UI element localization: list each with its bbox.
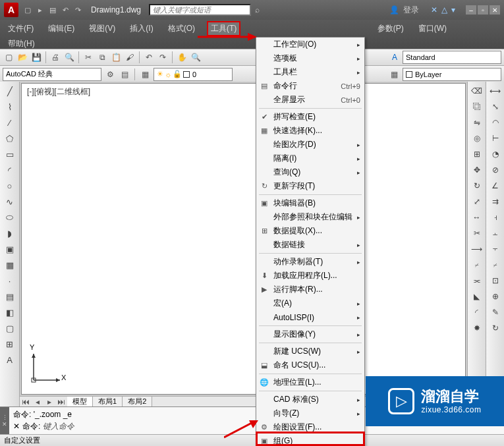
menu-insert[interactable]: 插入(I) <box>127 22 155 35</box>
undo-icon[interactable]: ↶ <box>143 51 155 63</box>
layer-manager-icon[interactable]: ▦ <box>139 69 151 80</box>
layer-combo[interactable]: ☀☼ 🔓 0 <box>154 68 233 81</box>
command-input[interactable]: 键入命令 <box>43 420 74 432</box>
menu-draftsettings[interactable]: ⚙绘图设置(F)... <box>256 420 364 434</box>
tab-model[interactable]: 模型 <box>67 397 93 406</box>
qat-save-icon[interactable]: ▤ <box>47 5 58 15</box>
tab-scroll-next-icon[interactable]: ▸ <box>43 396 55 408</box>
text-style-combo[interactable]: Standard <box>403 51 501 64</box>
polygon-tool[interactable]: ⬠ <box>3 132 16 145</box>
offset-tool[interactable]: ◎ <box>470 132 484 145</box>
menu-updatefields[interactable]: ↻更新字段(T) <box>256 179 364 193</box>
line-tool[interactable]: ╱ <box>3 84 16 98</box>
paste-icon[interactable]: 📋 <box>110 51 122 63</box>
chamfer-tool[interactable]: ◣ <box>470 290 484 303</box>
help-search-input[interactable] <box>149 4 251 16</box>
dim-angular-tool[interactable]: ∠ <box>489 179 502 192</box>
help-icon[interactable]: ▾ <box>451 5 455 14</box>
menu-view[interactable]: 视图(V) <box>86 22 118 35</box>
menu-datalink[interactable]: 数据链接▸ <box>256 238 364 252</box>
polyline-tool[interactable]: ⌇ <box>3 100 16 113</box>
point-tool[interactable]: · <box>3 274 16 287</box>
circle-tool[interactable]: ○ <box>3 179 16 192</box>
dim-space-tool[interactable]: ⫟ <box>489 242 502 256</box>
menu-palettes[interactable]: 选项板▸ <box>256 51 364 65</box>
restore-button[interactable]: ▫ <box>478 5 488 14</box>
qat-undo-icon[interactable]: ↶ <box>60 5 70 15</box>
menu-help[interactable]: 帮助(H) <box>5 38 499 50</box>
menu-isolate[interactable]: 隔离(I)▸ <box>256 152 364 165</box>
menu-runscript[interactable]: ▶运行脚本(R)... <box>256 283 364 296</box>
join-tool[interactable]: ⫘ <box>470 274 484 287</box>
tab-scroll-last-icon[interactable]: ⏭ <box>55 396 67 408</box>
trim-tool[interactable]: ✂ <box>470 227 484 240</box>
autodesk-icon[interactable]: △ <box>441 5 447 14</box>
command-handle[interactable]: ⋮✕ <box>0 407 9 434</box>
dim-baseline-tool[interactable]: ⫞ <box>489 211 502 224</box>
array-tool[interactable]: ⊞ <box>470 148 484 161</box>
close-button[interactable]: ✕ <box>490 5 500 14</box>
textstyle-icon[interactable]: A <box>389 51 401 63</box>
dim-edit-tool[interactable]: ✎ <box>489 306 502 319</box>
dim-break-tool[interactable]: ⌿ <box>489 258 502 271</box>
tab-layout1[interactable]: 布局1 <box>93 397 123 406</box>
menu-fullscreen[interactable]: 全屏显示Ctrl+0 <box>256 93 364 107</box>
rectangle-tool[interactable]: ▭ <box>3 148 16 161</box>
match-icon[interactable]: 🖌 <box>124 51 136 63</box>
menu-inquiry[interactable]: 查询(Q)▸ <box>256 165 364 179</box>
menu-displayimage[interactable]: 显示图像(Y)▸ <box>256 327 364 341</box>
open-icon[interactable]: 📂 <box>16 51 28 63</box>
menu-file[interactable]: 文件(F) <box>5 22 36 35</box>
menu-wizards[interactable]: 向导(Z)▸ <box>256 406 364 420</box>
menu-toolbars[interactable]: 工具栏▸ <box>256 65 364 79</box>
menu-draworder[interactable]: 绘图次序(D)▸ <box>256 138 364 152</box>
menu-blockeditor[interactable]: ▣块编辑器(B) <box>256 196 364 210</box>
dim-diameter-tool[interactable]: ⊘ <box>489 163 502 177</box>
minimize-button[interactable]: – <box>466 5 476 14</box>
region-tool[interactable]: ▢ <box>3 321 16 335</box>
cut-icon[interactable]: ✂ <box>82 51 94 63</box>
mtext-tool[interactable]: A <box>3 353 16 366</box>
erase-tool[interactable]: ⌫ <box>470 84 484 98</box>
move-tool[interactable]: ✥ <box>470 163 484 177</box>
spline-tool[interactable]: ∿ <box>3 195 16 208</box>
zoom-icon[interactable]: 🔍 <box>190 51 202 63</box>
dim-linear-tool[interactable]: ⟷ <box>489 84 502 98</box>
qat-redo-icon[interactable]: ↷ <box>72 5 83 15</box>
workspace-combo[interactable]: AutoCAD 经典 <box>3 68 101 81</box>
menu-autolisp[interactable]: AutoLISP(I)▸ <box>256 310 364 324</box>
arc-tool[interactable]: ◜ <box>3 163 16 177</box>
menu-newucs[interactable]: 新建 UCS(W)▸ <box>256 345 364 358</box>
signin-icon[interactable]: 👤 <box>389 5 399 14</box>
new-icon[interactable]: ▢ <box>3 51 14 63</box>
gradient-tool[interactable]: ◧ <box>3 306 16 319</box>
copy-icon[interactable]: ⧉ <box>96 51 108 63</box>
menu-tools[interactable]: 工具(T) <box>207 21 240 36</box>
menu-actionrecorder[interactable]: 动作录制器(T)▸ <box>256 255 364 269</box>
menu-namedocs[interactable]: ⬓命名 UCS(U)... <box>256 358 364 372</box>
menu-commandline[interactable]: ▤命令行Ctrl+9 <box>256 79 364 93</box>
hatch-tool[interactable]: ▤ <box>3 290 16 303</box>
exchange-icon[interactable]: ✕ <box>431 5 437 14</box>
menu-loadapp[interactable]: ⬇加载应用程序(L)... <box>256 269 364 283</box>
table-tool[interactable]: ⊞ <box>3 337 16 350</box>
color-icon[interactable]: ▦ <box>388 69 400 80</box>
app-logo[interactable]: A <box>4 3 18 17</box>
tab-scroll-prev-icon[interactable]: ◂ <box>32 396 43 408</box>
stretch-tool[interactable]: ↔ <box>470 211 484 224</box>
extend-tool[interactable]: ⟶ <box>470 242 484 256</box>
tolerance-tool[interactable]: ⊡ <box>489 274 502 287</box>
viewport[interactable]: [-][俯视][二维线框] X Y <box>21 83 466 395</box>
search-icon[interactable]: ⌕ <box>255 5 260 14</box>
preview-icon[interactable]: 🔍 <box>63 51 75 63</box>
save-icon[interactable]: 💾 <box>30 51 42 63</box>
scale-tool[interactable]: ⤢ <box>470 195 484 208</box>
xline-tool[interactable]: ∕ <box>3 116 16 129</box>
copy-tool[interactable]: ⿻ <box>470 100 484 113</box>
menu-cadstandards[interactable]: CAD 标准(S)▸ <box>256 393 364 406</box>
ellipse-tool[interactable]: ⬭ <box>3 211 16 224</box>
menu-window[interactable]: 窗口(W) <box>416 22 449 35</box>
menu-spellcheck[interactable]: ✔拼写检查(E) <box>256 110 364 124</box>
tab-scroll-first-icon[interactable]: ⏮ <box>20 396 32 408</box>
menu-edit[interactable]: 编辑(E) <box>45 22 77 35</box>
